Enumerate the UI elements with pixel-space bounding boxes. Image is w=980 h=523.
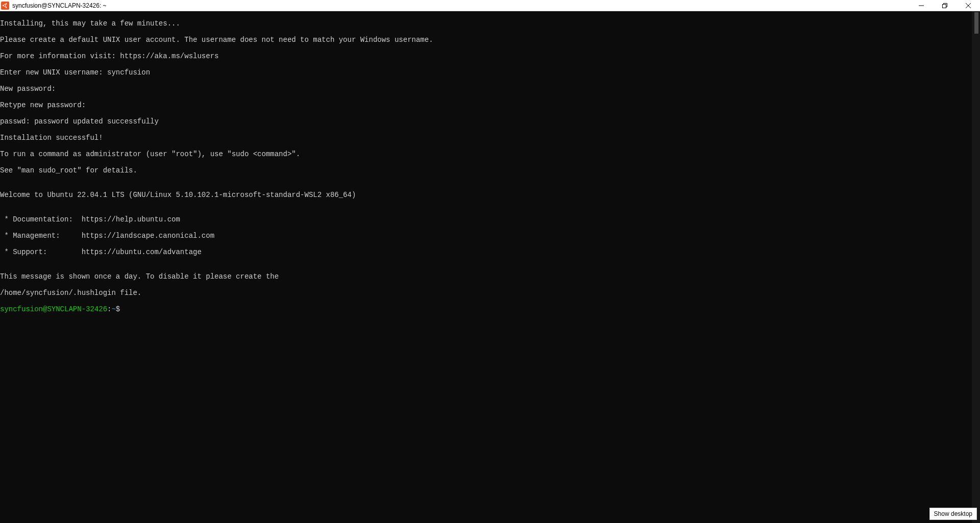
window-title: syncfusion@SYNCLAPN-32426: ~	[12, 2, 107, 9]
terminal-line: To run a command as administrator (user …	[0, 150, 972, 158]
terminal-output[interactable]: Installing, this may take a few minutes.…	[0, 11, 972, 523]
prompt-user-host: syncfusion@SYNCLAPN-32426	[0, 305, 107, 313]
terminal-line: See "man sudo_root" for details.	[0, 166, 972, 175]
svg-rect-3	[943, 4, 946, 8]
ubuntu-icon	[1, 2, 9, 10]
close-button[interactable]	[957, 0, 980, 11]
prompt-symbol: $	[116, 305, 120, 313]
terminal-line: * Management: https://landscape.canonica…	[0, 232, 972, 240]
terminal-line: Installing, this may take a few minutes.…	[0, 19, 972, 28]
terminal-line: New password:	[0, 85, 972, 93]
scrollbar-thumb[interactable]	[974, 12, 978, 34]
terminal-line: * Support: https://ubuntu.com/advantage	[0, 248, 972, 256]
terminal-line: passwd: password updated successfully	[0, 117, 972, 126]
title-bar-left: syncfusion@SYNCLAPN-32426: ~	[0, 2, 107, 10]
terminal-line: Enter new UNIX username: syncfusion	[0, 68, 972, 77]
terminal-line: Retype new password:	[0, 101, 972, 109]
terminal-line: * Documentation: https://help.ubuntu.com	[0, 215, 972, 223]
terminal-line: /home/syncfusion/.hushlogin file.	[0, 289, 972, 297]
window-controls	[910, 0, 980, 11]
terminal-line: Installation successful!	[0, 134, 972, 142]
terminal-line: For more information visit: https://aka.…	[0, 52, 972, 60]
show-desktop-tooltip: Show desktop	[929, 508, 977, 520]
terminal-line: Welcome to Ubuntu 22.04.1 LTS (GNU/Linux…	[0, 191, 972, 199]
prompt-path: ~	[111, 305, 115, 313]
scrollbar-track[interactable]	[972, 11, 980, 523]
svg-point-1	[6, 3, 7, 5]
terminal-line: This message is shown once a day. To dis…	[0, 272, 972, 281]
terminal-area[interactable]: Installing, this may take a few minutes.…	[0, 11, 980, 523]
minimize-button[interactable]	[910, 0, 933, 11]
svg-point-2	[6, 7, 7, 8]
terminal-line: Please create a default UNIX user accoun…	[0, 36, 972, 44]
title-bar: syncfusion@SYNCLAPN-32426: ~	[0, 0, 980, 11]
maximize-button[interactable]	[933, 0, 957, 11]
terminal-prompt-line: syncfusion@SYNCLAPN-32426:~$	[0, 305, 972, 313]
svg-point-0	[3, 5, 4, 6]
